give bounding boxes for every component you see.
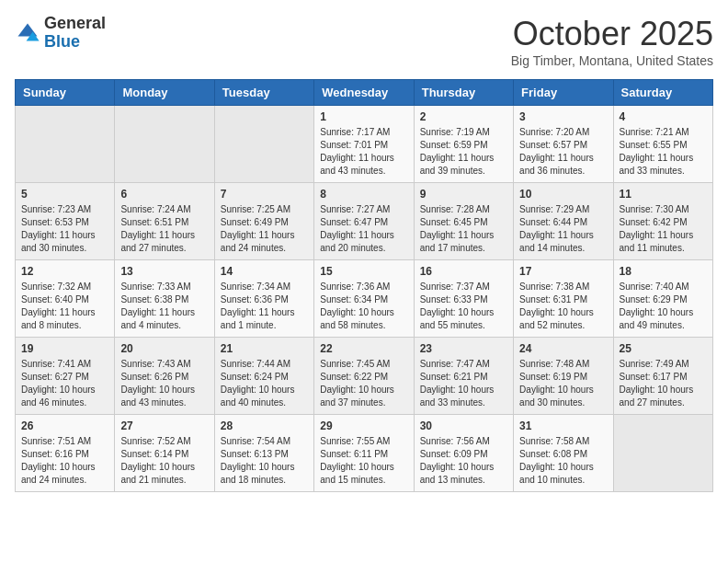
day-number: 25	[620, 342, 707, 355]
day-info: Sunrise: 7:33 AM Sunset: 6:38 PM Dayligh…	[120, 281, 208, 332]
day-cell: 26Sunrise: 7:51 AM Sunset: 6:16 PM Dayli…	[16, 415, 115, 492]
day-info: Sunrise: 7:34 AM Sunset: 6:36 PM Dayligh…	[221, 281, 308, 332]
day-cell	[613, 415, 712, 492]
day-number: 1	[320, 110, 407, 123]
weekday-header-tuesday: Tuesday	[214, 80, 313, 106]
day-cell: 13Sunrise: 7:33 AM Sunset: 6:38 PM Dayli…	[115, 260, 214, 338]
day-info: Sunrise: 7:40 AM Sunset: 6:29 PM Dayligh…	[620, 281, 707, 332]
day-cell	[16, 106, 115, 183]
day-number: 7	[221, 188, 308, 201]
day-info: Sunrise: 7:58 AM Sunset: 6:08 PM Dayligh…	[519, 435, 607, 487]
day-info: Sunrise: 7:48 AM Sunset: 6:19 PM Dayligh…	[519, 358, 607, 409]
day-cell: 31Sunrise: 7:58 AM Sunset: 6:08 PM Dayli…	[514, 415, 613, 492]
week-row-3: 12Sunrise: 7:32 AM Sunset: 6:40 PM Dayli…	[16, 260, 713, 338]
day-cell: 7Sunrise: 7:25 AM Sunset: 6:49 PM Daylig…	[214, 183, 313, 260]
week-row-5: 26Sunrise: 7:51 AM Sunset: 6:16 PM Dayli…	[16, 415, 713, 492]
day-info: Sunrise: 7:28 AM Sunset: 6:45 PM Dayligh…	[420, 203, 507, 255]
day-cell: 8Sunrise: 7:27 AM Sunset: 6:47 PM Daylig…	[314, 183, 414, 260]
weekday-header-sunday: Sunday	[16, 80, 115, 106]
day-number: 2	[420, 110, 507, 123]
day-info: Sunrise: 7:47 AM Sunset: 6:21 PM Dayligh…	[420, 358, 507, 409]
day-info: Sunrise: 7:23 AM Sunset: 6:53 PM Dayligh…	[21, 203, 108, 255]
day-info: Sunrise: 7:43 AM Sunset: 6:26 PM Dayligh…	[120, 358, 208, 409]
weekday-header-friday: Friday	[514, 80, 613, 106]
day-cell: 10Sunrise: 7:29 AM Sunset: 6:44 PM Dayli…	[514, 183, 613, 260]
day-cell: 15Sunrise: 7:36 AM Sunset: 6:34 PM Dayli…	[314, 260, 414, 338]
month-title: October 2025	[511, 15, 713, 53]
day-cell: 16Sunrise: 7:37 AM Sunset: 6:33 PM Dayli…	[414, 260, 513, 338]
day-number: 22	[320, 342, 407, 355]
day-info: Sunrise: 7:24 AM Sunset: 6:51 PM Dayligh…	[120, 203, 208, 255]
day-cell: 27Sunrise: 7:52 AM Sunset: 6:14 PM Dayli…	[115, 415, 214, 492]
day-info: Sunrise: 7:49 AM Sunset: 6:17 PM Dayligh…	[620, 358, 707, 409]
day-number: 26	[21, 419, 108, 432]
day-info: Sunrise: 7:27 AM Sunset: 6:47 PM Dayligh…	[320, 203, 407, 255]
logo: General Blue	[15, 15, 106, 52]
day-cell: 18Sunrise: 7:40 AM Sunset: 6:29 PM Dayli…	[613, 260, 712, 338]
day-cell: 2Sunrise: 7:19 AM Sunset: 6:59 PM Daylig…	[414, 106, 513, 183]
day-cell: 6Sunrise: 7:24 AM Sunset: 6:51 PM Daylig…	[115, 183, 214, 260]
day-info: Sunrise: 7:41 AM Sunset: 6:27 PM Dayligh…	[21, 358, 108, 409]
day-cell	[115, 106, 214, 183]
day-number: 18	[620, 265, 707, 278]
day-cell: 14Sunrise: 7:34 AM Sunset: 6:36 PM Dayli…	[214, 260, 313, 338]
day-number: 10	[519, 188, 607, 201]
day-info: Sunrise: 7:52 AM Sunset: 6:14 PM Dayligh…	[120, 435, 208, 487]
day-cell: 11Sunrise: 7:30 AM Sunset: 6:42 PM Dayli…	[613, 183, 712, 260]
day-number: 14	[221, 265, 308, 278]
day-info: Sunrise: 7:44 AM Sunset: 6:24 PM Dayligh…	[221, 358, 308, 409]
day-cell: 25Sunrise: 7:49 AM Sunset: 6:17 PM Dayli…	[613, 338, 712, 415]
day-cell: 21Sunrise: 7:44 AM Sunset: 6:24 PM Dayli…	[214, 338, 313, 415]
day-number: 17	[519, 265, 607, 278]
day-info: Sunrise: 7:37 AM Sunset: 6:33 PM Dayligh…	[420, 281, 507, 332]
logo-blue-text: Blue	[44, 32, 80, 51]
day-info: Sunrise: 7:55 AM Sunset: 6:11 PM Dayligh…	[320, 435, 407, 487]
day-cell: 20Sunrise: 7:43 AM Sunset: 6:26 PM Dayli…	[115, 338, 214, 415]
location-text: Big Timber, Montana, United States	[511, 53, 713, 68]
week-row-4: 19Sunrise: 7:41 AM Sunset: 6:27 PM Dayli…	[16, 338, 713, 415]
day-cell: 23Sunrise: 7:47 AM Sunset: 6:21 PM Dayli…	[414, 338, 513, 415]
weekday-header-saturday: Saturday	[613, 80, 712, 106]
day-number: 27	[120, 419, 208, 432]
day-cell: 24Sunrise: 7:48 AM Sunset: 6:19 PM Dayli…	[514, 338, 613, 415]
day-cell: 5Sunrise: 7:23 AM Sunset: 6:53 PM Daylig…	[16, 183, 115, 260]
day-info: Sunrise: 7:20 AM Sunset: 6:57 PM Dayligh…	[519, 126, 607, 178]
day-info: Sunrise: 7:17 AM Sunset: 7:01 PM Dayligh…	[320, 126, 407, 178]
day-cell: 28Sunrise: 7:54 AM Sunset: 6:13 PM Dayli…	[214, 415, 313, 492]
calendar-table: SundayMondayTuesdayWednesdayThursdayFrid…	[15, 79, 713, 492]
week-row-1: 1Sunrise: 7:17 AM Sunset: 7:01 PM Daylig…	[16, 106, 713, 183]
weekday-header-monday: Monday	[115, 80, 214, 106]
day-info: Sunrise: 7:19 AM Sunset: 6:59 PM Dayligh…	[420, 126, 507, 178]
day-number: 8	[320, 188, 407, 201]
day-number: 15	[320, 265, 407, 278]
day-info: Sunrise: 7:29 AM Sunset: 6:44 PM Dayligh…	[519, 203, 607, 255]
day-number: 12	[21, 265, 108, 278]
day-cell: 4Sunrise: 7:21 AM Sunset: 6:55 PM Daylig…	[613, 106, 712, 183]
weekday-header-wednesday: Wednesday	[314, 80, 414, 106]
day-info: Sunrise: 7:54 AM Sunset: 6:13 PM Dayligh…	[221, 435, 308, 487]
day-number: 31	[519, 419, 607, 432]
day-number: 23	[420, 342, 507, 355]
day-cell: 17Sunrise: 7:38 AM Sunset: 6:31 PM Dayli…	[514, 260, 613, 338]
day-cell: 12Sunrise: 7:32 AM Sunset: 6:40 PM Dayli…	[16, 260, 115, 338]
day-cell	[214, 106, 313, 183]
day-cell: 9Sunrise: 7:28 AM Sunset: 6:45 PM Daylig…	[414, 183, 513, 260]
day-number: 20	[120, 342, 208, 355]
day-info: Sunrise: 7:45 AM Sunset: 6:22 PM Dayligh…	[320, 358, 407, 409]
day-number: 4	[620, 110, 707, 123]
day-info: Sunrise: 7:51 AM Sunset: 6:16 PM Dayligh…	[21, 435, 108, 487]
day-cell: 30Sunrise: 7:56 AM Sunset: 6:09 PM Dayli…	[414, 415, 513, 492]
day-number: 30	[420, 419, 507, 432]
day-number: 3	[519, 110, 607, 123]
day-number: 13	[120, 265, 208, 278]
day-info: Sunrise: 7:56 AM Sunset: 6:09 PM Dayligh…	[420, 435, 507, 487]
week-row-2: 5Sunrise: 7:23 AM Sunset: 6:53 PM Daylig…	[16, 183, 713, 260]
day-number: 19	[21, 342, 108, 355]
weekday-header-thursday: Thursday	[414, 80, 513, 106]
day-number: 28	[221, 419, 308, 432]
day-cell: 1Sunrise: 7:17 AM Sunset: 7:01 PM Daylig…	[314, 106, 414, 183]
day-number: 16	[420, 265, 507, 278]
day-cell: 19Sunrise: 7:41 AM Sunset: 6:27 PM Dayli…	[16, 338, 115, 415]
day-number: 5	[21, 188, 108, 201]
day-info: Sunrise: 7:21 AM Sunset: 6:55 PM Dayligh…	[620, 126, 707, 178]
